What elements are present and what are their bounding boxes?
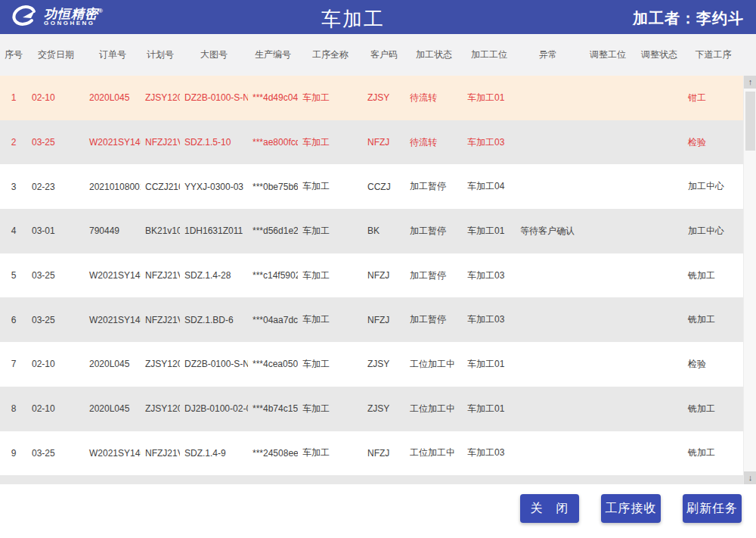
gongheng-logo-icon: [9, 4, 39, 28]
cell-seq: 5: [0, 270, 27, 281]
close-button[interactable]: 关 闭: [520, 494, 579, 523]
cell-delivery-date: 03-25: [27, 270, 85, 281]
brand-logo: 功恒精密® GONGHENG: [9, 4, 104, 28]
column-header-prod: 生产编号: [248, 48, 298, 61]
cell-customer-code: NFZJ: [363, 270, 405, 281]
cell-order-no: 20210108001: [85, 182, 141, 192]
column-header-order: 订单号: [85, 48, 141, 61]
cell-drawing-no: DZ2B-0100-S-N.1: [180, 359, 248, 369]
scrollbar-thumb[interactable]: [745, 92, 755, 151]
cell-machining-station: 车加工03: [463, 313, 516, 326]
table-row[interactable]: 8 02-10 2020L045 ZJSY1201 DJ2B-0100-02-0…: [0, 387, 743, 431]
cell-customer-code: BK: [363, 225, 405, 236]
vertical-scrollbar[interactable]: ↑ ↓: [743, 76, 756, 484]
table-row[interactable]: 3 02-23 20210108001 CCZJ210 YYXJ-0300-03…: [0, 164, 743, 209]
cell-customer-code: CCZJ: [363, 182, 405, 192]
table-row[interactable]: 7 02-10 2020L045 ZJSY1201 DZ2B-0100-S-N.…: [0, 342, 743, 387]
cell-process-name: 车加工: [298, 225, 363, 238]
cell-delivery-date: 02-10: [27, 359, 85, 369]
cell-customer-code: NFZJ: [363, 137, 405, 148]
cell-machining-status: 工位加工中: [405, 358, 463, 371]
cell-order-no: W2021SY140: [85, 448, 141, 459]
cell-production-no: ***d56d1e26: [248, 225, 298, 236]
cell-delivery-date: 02-23: [27, 182, 85, 192]
cell-drawing-no: SDZ.1.4-9: [180, 448, 248, 459]
cell-machining-status: 工位加工中: [405, 446, 463, 459]
cell-customer-code: ZJSY: [363, 92, 405, 103]
cell-next-process: 检验: [683, 136, 743, 149]
column-header-adj_status: 调整状态: [635, 48, 683, 61]
table-row[interactable]: 6 03-25 W2021SY140 NFZJ21V SDZ.1.BD-6 **…: [0, 297, 743, 342]
cell-next-process: 检验: [683, 358, 743, 371]
brand-name-cn: 功恒精密®: [44, 5, 104, 20]
cell-plan-no: NFZJ21V: [141, 315, 180, 325]
cell-seq: 6: [0, 315, 27, 325]
cell-plan-no: ZJSY1201: [141, 359, 180, 369]
cell-machining-station: 车加工04: [463, 180, 516, 193]
page-title: 车加工: [321, 6, 385, 33]
cell-machining-station: 车加工03: [463, 269, 516, 282]
cell-order-no: 790449: [85, 225, 141, 236]
process-accept-button[interactable]: 工序接收: [601, 494, 661, 523]
column-header-drawing: 大图号: [180, 48, 248, 61]
cell-delivery-date: 02-10: [27, 403, 85, 414]
cell-exception: 等待客户确认: [516, 225, 581, 238]
cell-process-name: 车加工: [298, 180, 363, 193]
cell-plan-no: BK21v10: [141, 225, 180, 236]
cell-drawing-no: SDZ.1.5-10: [180, 137, 248, 148]
cell-production-no: ***4d49c043: [248, 92, 298, 103]
cell-process-name: 车加工: [298, 136, 363, 149]
cell-process-name: 车加工: [298, 446, 363, 459]
cell-delivery-date: 03-25: [27, 137, 85, 148]
table-row[interactable]: 4 03-01 790449 BK21v10 1DH1631Z011 ***d5…: [0, 209, 743, 253]
cell-drawing-no: DJ2B-0100-02-03: [180, 403, 248, 414]
cell-drawing-no: 1DH1631Z011: [180, 225, 248, 236]
cell-next-process: 铣加工: [683, 313, 743, 326]
arrow-up-icon: ↑: [748, 77, 753, 86]
table-body: 1 02-10 2020L045 ZJSY1201 DZ2B-0100-S-N-…: [0, 76, 743, 484]
cell-customer-code: NFZJ: [363, 448, 405, 459]
table-row[interactable]: 5 03-25 W2021SY140 NFZJ21V SDZ.1.4-28 **…: [0, 253, 743, 298]
cell-customer-code: ZJSY: [363, 359, 405, 369]
cell-production-no: ***24508ee0: [248, 448, 298, 459]
table-row[interactable]: 2 03-25 W2021SY140 NFZJ21V SDZ.1.5-10 **…: [0, 120, 743, 165]
cell-process-name: 车加工: [298, 313, 363, 326]
table-column-header: 序号交货日期订单号计划号大图号生产编号工序全称客户码加工状态加工工位异常调整工位…: [0, 34, 743, 76]
column-header-exception: 异常: [516, 48, 581, 61]
table-row-partial[interactable]: [0, 475, 743, 484]
cell-process-name: 车加工: [298, 269, 363, 282]
cell-seq: 2: [0, 137, 27, 148]
cell-next-process: 铣加工: [683, 403, 743, 415]
cell-plan-no: ZJSY1201: [141, 403, 180, 414]
cell-drawing-no: DZ2B-0100-S-N-: [180, 92, 248, 103]
cell-machining-station: 车加工01: [463, 225, 516, 238]
cell-machining-status: 待流转: [405, 92, 463, 104]
cell-next-process: 铣加工: [683, 446, 743, 459]
cell-drawing-no: SDZ.1.4-28: [180, 270, 248, 281]
cell-plan-no: CCZJ210: [141, 182, 180, 192]
arrow-down-icon: ↓: [748, 473, 753, 482]
cell-machining-status: 待流转: [405, 136, 463, 149]
cell-drawing-no: SDZ.1.BD-6: [180, 315, 248, 325]
cell-machining-status: 加工暂停: [405, 225, 463, 238]
cell-machining-station: 车加工03: [463, 136, 516, 149]
scroll-up-button[interactable]: ↑: [744, 76, 756, 89]
cell-drawing-no: YYXJ-0300-03: [180, 182, 248, 192]
cell-next-process: 加工中心: [683, 225, 743, 238]
cell-next-process: 铣加工: [683, 269, 743, 282]
cell-order-no: W2021SY140: [85, 137, 141, 148]
refresh-tasks-button[interactable]: 刷新任务: [683, 494, 742, 523]
column-header-date: 交货日期: [27, 48, 85, 61]
scroll-down-button[interactable]: ↓: [744, 471, 756, 484]
cell-seq: 7: [0, 359, 27, 369]
cell-seq: 1: [0, 92, 27, 103]
cell-seq: 4: [0, 225, 27, 236]
cell-customer-code: NFZJ: [363, 315, 405, 325]
cell-process-name: 车加工: [298, 92, 363, 104]
cell-seq: 3: [0, 182, 27, 192]
table-row[interactable]: 9 03-25 W2021SY140 NFZJ21V SDZ.1.4-9 ***…: [0, 431, 743, 476]
table-row[interactable]: 1 02-10 2020L045 ZJSY1201 DZ2B-0100-S-N-…: [0, 76, 743, 120]
cell-order-no: 2020L045: [85, 92, 141, 103]
app-window: 功恒精密® GONGHENG 车加工 加工者：李约斗 序号交货日期订单号计划号大…: [0, 0, 756, 538]
column-header-customer: 客户码: [363, 48, 405, 61]
